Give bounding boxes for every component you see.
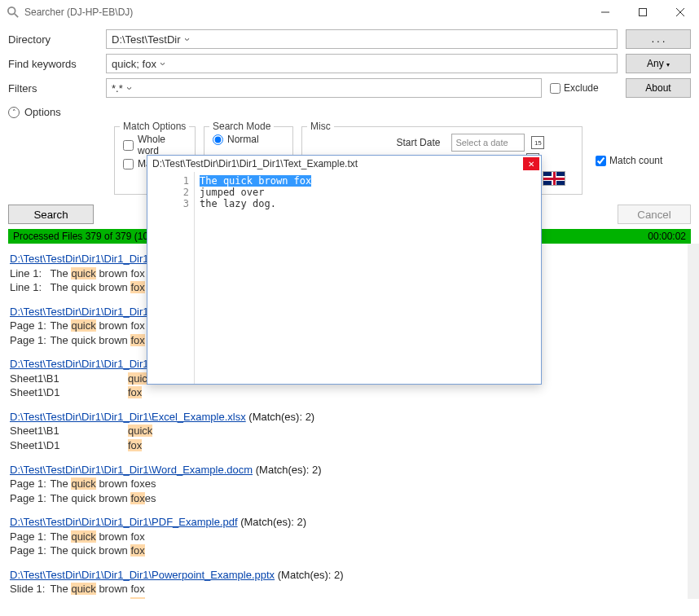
options-label: Options <box>24 106 61 118</box>
result-group: D:\Test\TestDir\Dir1\Dir1_Dir1\PDF_Examp… <box>10 515 678 558</box>
preview-text: The quick brown fox jumped over the lazy… <box>195 172 541 384</box>
file-link[interactable]: D:\Test\TestDir\Dir1\Dir1_Dir1\Powerpoin… <box>10 569 275 581</box>
close-button[interactable] <box>662 0 699 24</box>
about-button[interactable]: About <box>626 78 691 98</box>
match-count-checkbox[interactable]: Match count <box>596 126 662 195</box>
preview-close-button[interactable]: ✕ <box>523 157 539 170</box>
exclude-checkbox[interactable]: Exclude <box>550 82 599 94</box>
filters-value: *.* <box>112 82 123 95</box>
match-count: (Match(es): 2) <box>238 516 307 528</box>
misc-legend: Misc <box>307 121 334 132</box>
result-line: Slide 1: The quick brown fox <box>10 596 678 599</box>
preview-panel: D:\Test\TestDir\Dir1\Dir1_Dir1\Text_Exam… <box>147 155 542 385</box>
status-time: 00:00:02 <box>648 231 686 242</box>
svg-rect-3 <box>640 9 647 16</box>
result-line: Page 1: The quick brown foxes <box>10 491 678 506</box>
whole-word-checkbox[interactable]: Whole word <box>123 134 187 156</box>
preview-line-3: the lazy dog. <box>200 198 536 209</box>
result-line: Sheet1\B1quick <box>10 424 678 438</box>
app-icon <box>7 6 20 19</box>
filters-label: Filters <box>8 82 106 95</box>
file-link[interactable]: D:\Test\TestDir\Dir1\Dir1_Dir1\ <box>10 358 152 370</box>
file-link[interactable]: D:\Test\TestDir\Dir1\Dir1_Dir1\Excel_Exa… <box>10 411 246 423</box>
result-line: Page 1: The quick brown fox <box>10 530 678 544</box>
chevron-up-icon: ˄ <box>8 107 20 118</box>
result-line: Page 1: The quick brown foxes <box>10 477 678 491</box>
normal-radio[interactable]: Normal <box>213 134 284 145</box>
result-group: D:\Test\TestDir\Dir1\Dir1_Dir1\Powerpoin… <box>10 568 678 599</box>
result-group: D:\Test\TestDir\Dir1\Dir1_Dir1\Word_Exam… <box>10 463 678 506</box>
match-count: (Match(es): 2) <box>275 569 344 581</box>
result-group: D:\Test\TestDir\Dir1\Dir1_Dir1\Excel_Exa… <box>10 410 678 453</box>
cancel-button[interactable]: Cancel <box>618 205 691 224</box>
form-area: Directory D:\Test\TestDir . . . Find key… <box>0 24 699 98</box>
titlebar: Searcher (DJ-HP-EB\DJ) <box>0 0 699 24</box>
preview-path: D:\Test\TestDir\Dir1\Dir1_Dir1\Text_Exam… <box>152 158 358 169</box>
file-link[interactable]: D:\Test\TestDir\Dir1\Dir1_Dir1\ <box>10 253 152 265</box>
minimize-button[interactable] <box>587 0 624 24</box>
result-line: Page 1: The quick brown fox <box>10 543 678 558</box>
start-date-input[interactable]: Select a date <box>451 134 525 152</box>
filters-input[interactable]: *.* <box>106 78 542 98</box>
directory-value: D:\Test\TestDir <box>112 33 181 46</box>
keywords-input[interactable]: quick; fox <box>106 54 618 73</box>
window-title: Searcher (DJ-HP-EB\DJ) <box>24 7 587 18</box>
calendar-icon[interactable]: 15 <box>531 136 544 149</box>
chevron-down-icon: ▾ <box>666 61 670 68</box>
match-count: (Match(es): 2) <box>246 411 315 423</box>
maximize-button[interactable] <box>624 0 662 24</box>
match-options-legend: Match Options <box>120 121 189 132</box>
keywords-label: Find keywords <box>8 58 106 70</box>
result-line: Sheet1\D1fox <box>10 438 678 453</box>
result-line: Sheet1\D1fox <box>10 385 678 400</box>
start-date-label: Start Date <box>396 137 445 148</box>
preview-line-1: The quick brown fox <box>200 175 311 187</box>
file-link[interactable]: D:\Test\TestDir\Dir1\Dir1_Dir1\ <box>10 306 152 318</box>
any-button[interactable]: Any ▾ <box>626 54 691 73</box>
file-link[interactable]: D:\Test\TestDir\Dir1\Dir1_Dir1\Word_Exam… <box>10 464 253 476</box>
options-toggle[interactable]: ˄ Options <box>0 103 699 121</box>
directory-input[interactable]: D:\Test\TestDir <box>106 29 618 49</box>
result-line: Slide 1: The quick brown fox <box>10 582 678 596</box>
preview-line-2: jumped over <box>200 187 536 198</box>
browse-button[interactable]: . . . <box>626 29 691 49</box>
match-count: (Match(es): 2) <box>253 464 322 476</box>
preview-gutter: 1 2 3 <box>147 172 195 384</box>
keywords-value: quick; fox <box>112 58 156 70</box>
search-mode-legend: Search Mode <box>209 121 274 132</box>
directory-label: Directory <box>8 33 106 46</box>
uk-flag-icon <box>543 171 565 186</box>
file-link[interactable]: D:\Test\TestDir\Dir1\Dir1_Dir1\PDF_Examp… <box>10 516 238 528</box>
status-text: Processed Files 379 of 379 (100 % <box>13 231 165 242</box>
svg-line-1 <box>15 14 18 17</box>
search-button[interactable]: Search <box>8 205 94 224</box>
svg-point-0 <box>8 7 15 15</box>
